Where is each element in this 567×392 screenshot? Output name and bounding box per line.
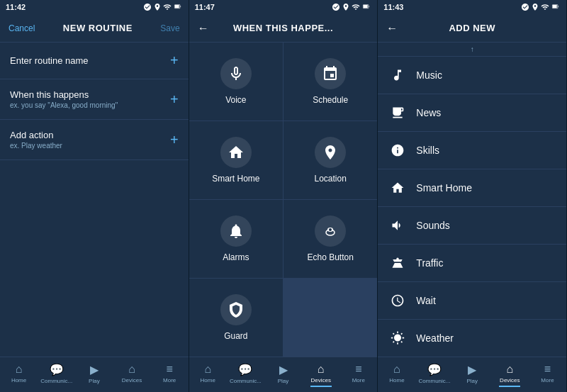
nav-home-3[interactable]: ⌂ Home	[378, 362, 415, 389]
header-3: ← ADD NEW	[378, 14, 566, 43]
screen2-title: WHEN THIS HAPPE...	[215, 23, 352, 33]
add-smarthome[interactable]: Smart Home	[378, 169, 566, 207]
wait-icon	[388, 291, 408, 310]
more-icon-2: ≡	[355, 363, 361, 376]
skills-icon	[388, 140, 408, 160]
home-icon: ⌂	[16, 363, 23, 376]
nav-home-2[interactable]: ⌂ Home	[189, 362, 227, 389]
smarthome-icon	[220, 137, 252, 168]
nav-more-1[interactable]: ≡ More	[151, 362, 189, 389]
svg-rect-2	[180, 6, 181, 7]
time-1: 11:42	[6, 3, 26, 11]
smarthome-action-icon	[388, 178, 408, 198]
add-wait[interactable]: Wait	[378, 282, 566, 320]
weather-icon	[388, 328, 408, 348]
add-sounds[interactable]: Sounds	[378, 207, 566, 245]
communicate-icon-3: 💬	[427, 363, 442, 376]
more-icon-3: ≡	[544, 363, 551, 376]
add-skills-label: Skills	[416, 145, 439, 156]
communicate-icon-1: 💬	[50, 363, 64, 376]
add-action-icon[interactable]: +	[170, 132, 179, 148]
trigger-smarthome-label: Smart Home	[212, 174, 259, 184]
add-action-label: Add action	[10, 130, 62, 140]
trigger-location-label: Location	[314, 174, 346, 184]
trigger-alarms[interactable]: Alarms	[189, 200, 283, 278]
add-smarthome-label: Smart Home	[416, 182, 472, 194]
play-icon-1: ▶	[90, 363, 99, 376]
screen1-title: NEW ROUTINE	[35, 23, 160, 33]
more-icon-1: ≡	[166, 363, 172, 376]
add-news[interactable]: News	[378, 94, 566, 132]
trigger-echo-button[interactable]: Echo Button	[284, 200, 377, 278]
svg-rect-11	[558, 6, 558, 7]
bottom-nav-1: ⌂ Home 💬 Communic... ▶ Play ⌂ Devices ≡ …	[0, 357, 189, 392]
trigger-guard[interactable]: Guard	[189, 279, 283, 357]
guard-icon	[220, 294, 252, 325]
add-name-icon[interactable]: +	[170, 52, 179, 69]
nav-communicate-label-3: Communic...	[419, 378, 451, 384]
add-trigger-icon[interactable]: +	[170, 91, 179, 108]
add-skills[interactable]: Skills	[378, 132, 566, 169]
nav-home-1[interactable]: ⌂ Home	[0, 362, 38, 389]
header-2: ← WHEN THIS HAPPE...	[189, 14, 378, 43]
location-icon	[315, 137, 346, 168]
add-traffic-label: Traffic	[416, 257, 443, 269]
nav-communicate-label-1: Communic...	[40, 378, 72, 384]
communicate-icon-2: 💬	[238, 363, 252, 376]
add-music[interactable]: Music	[378, 57, 566, 94]
routine-name-item[interactable]: Enter routine name +	[0, 43, 189, 79]
add-weather[interactable]: Weather	[378, 320, 566, 357]
add-new-list: Music News Skills Smart Home	[378, 57, 566, 357]
nav-more-label-1: More	[163, 377, 176, 383]
add-action-item[interactable]: Add action ex. Play weather +	[0, 120, 189, 160]
nav-communicate-2[interactable]: 💬 Communic...	[227, 362, 264, 389]
alarms-icon	[220, 215, 252, 247]
schedule-icon	[315, 58, 346, 89]
trigger-schedule-label: Schedule	[313, 95, 348, 105]
when-this-happens-item[interactable]: When this happens ex. you say "Alexa, go…	[0, 79, 189, 120]
trigger-alarms-label: Alarms	[223, 252, 249, 262]
status-bar-3: 11:43	[378, 0, 566, 14]
svg-point-8	[329, 228, 332, 231]
nav-devices-label-1: Devices	[122, 377, 142, 383]
back-button-2[interactable]: ←	[198, 22, 209, 35]
trigger-schedule[interactable]: Schedule	[284, 43, 377, 121]
nav-devices-3[interactable]: ⌂ Devices	[491, 362, 529, 389]
nav-communicate-1[interactable]: 💬 Communic...	[38, 362, 75, 389]
add-traffic[interactable]: Traffic	[378, 245, 566, 282]
nav-play-3[interactable]: ▶ Play	[454, 362, 491, 389]
voice-icon	[220, 58, 252, 89]
trigger-location[interactable]: Location	[284, 121, 377, 199]
screen-new-routine: 11:42 Cancel NEW ROUTINE Save Enter rout…	[0, 0, 189, 392]
nav-more-3[interactable]: ≡ More	[529, 362, 566, 389]
nav-home-label-3: Home	[389, 377, 404, 383]
screen3-title: ADD NEW	[403, 23, 541, 33]
add-sounds-label: Sounds	[416, 220, 449, 231]
nav-devices-1[interactable]: ⌂ Devices	[113, 362, 150, 389]
nav-more-2[interactable]: ≡ More	[339, 362, 377, 389]
news-icon	[388, 103, 408, 123]
echo-button-icon	[315, 215, 346, 247]
nav-home-label-2: Home	[201, 377, 215, 383]
traffic-icon	[388, 253, 408, 273]
save-button[interactable]: Save	[160, 23, 179, 33]
add-weather-label: Weather	[416, 332, 454, 344]
status-bar-2: 11:47	[189, 0, 378, 14]
back-button-3[interactable]: ←	[386, 22, 398, 35]
screen-when-this-happens: 11:47 ← WHEN THIS HAPPE... Voice Schedul…	[189, 0, 378, 392]
trigger-voice[interactable]: Voice	[189, 43, 283, 121]
header-1: Cancel NEW ROUTINE Save	[0, 14, 189, 43]
routine-name-label: Enter routine name	[10, 55, 89, 66]
nav-play-1[interactable]: ▶ Play	[75, 362, 113, 389]
nav-play-2[interactable]: ▶ Play	[264, 362, 302, 389]
routine-list: Enter routine name + When this happens e…	[0, 43, 189, 357]
nav-communicate-3[interactable]: 💬 Communic...	[415, 362, 453, 389]
nav-more-label-2: More	[352, 377, 365, 383]
cancel-button[interactable]: Cancel	[9, 23, 35, 33]
nav-more-label-3: More	[541, 377, 554, 383]
nav-devices-2[interactable]: ⌂ Devices	[302, 362, 339, 389]
svg-rect-10	[553, 5, 557, 8]
svg-rect-5	[369, 6, 370, 7]
when-this-sub: ex. you say "Alexa, good morning"	[10, 101, 118, 109]
trigger-smarthome[interactable]: Smart Home	[189, 121, 283, 199]
